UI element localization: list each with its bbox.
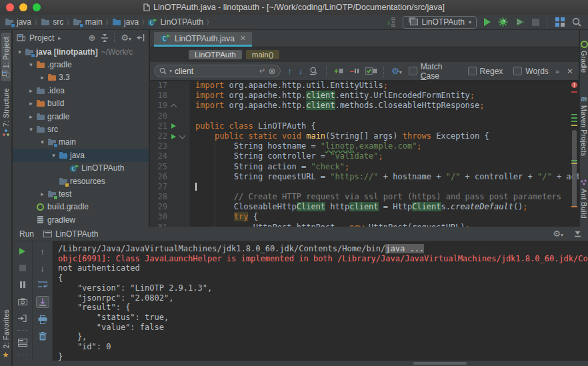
- collapse-all-icon[interactable]: [101, 34, 109, 42]
- stripe-button-structure[interactable]: 7: Structure: [1, 84, 11, 140]
- debug-button[interactable]: [498, 17, 508, 27]
- tree-item-src[interactable]: ▾src: [13, 123, 149, 135]
- breadcrumb-item-java[interactable]: java: [111, 17, 139, 27]
- newline-icon[interactable]: ↵: [259, 67, 265, 75]
- breadcrumb-item-src[interactable]: src: [40, 17, 63, 27]
- tree-item-main[interactable]: ▾main: [13, 136, 149, 149]
- stripe-button-gradle[interactable]: Gradle: [579, 37, 588, 77]
- breadcrumb-item-main[interactable]: main: [73, 17, 103, 27]
- close-tab-icon[interactable]: ✕: [240, 34, 246, 43]
- gear-icon[interactable]: ⚙▾: [121, 33, 131, 43]
- search-settings-gear-icon[interactable]: ⚙▾: [391, 66, 402, 76]
- tree-toggle-icon[interactable]: ▸: [27, 100, 35, 107]
- attach-process-icon[interactable]: [17, 313, 29, 323]
- vcs-update-icon[interactable]: ↓011001: [387, 17, 395, 27]
- hide-panel-icon[interactable]: [137, 34, 145, 41]
- search-input[interactable]: ▾ client ↵ ⊗: [154, 65, 281, 77]
- search-option-words[interactable]: Words: [513, 67, 548, 76]
- checkbox-icon[interactable]: [468, 67, 477, 75]
- tree-item-.gradle[interactable]: ▾.gradle: [13, 58, 149, 71]
- editor-scrollbar-thumb[interactable]: [572, 130, 577, 207]
- remove-occurrence-icon[interactable]: −: [349, 67, 359, 76]
- checkbox-icon[interactable]: [409, 67, 417, 75]
- search-option-match-case[interactable]: Match Case: [409, 62, 457, 81]
- tree-toggle-icon[interactable]: ▾: [27, 126, 35, 133]
- pause-output-button[interactable]: [17, 279, 29, 290]
- breadcrumb-item-java[interactable]: java: [4, 17, 31, 27]
- code-line-21[interactable]: 21public class LinOTPAuth {: [150, 121, 579, 131]
- run-button[interactable]: [484, 18, 491, 26]
- tree-item-3.3[interactable]: ▸3.3: [13, 71, 149, 84]
- tree-item-test[interactable]: ▸test: [13, 187, 149, 200]
- code-line-20[interactable]: 20: [150, 111, 579, 121]
- locate-icon[interactable]: ⊕: [88, 33, 95, 43]
- restore-layout-icon[interactable]: [17, 337, 29, 348]
- fold-icon[interactable]: [171, 104, 177, 111]
- project-structure-icon[interactable]: [555, 17, 565, 27]
- tree-item-gradlew[interactable]: gradlew: [13, 213, 149, 226]
- scroll-to-end-button[interactable]: [36, 296, 49, 308]
- run-line-icon[interactable]: [171, 123, 176, 129]
- select-all-occurrences-icon[interactable]: [365, 67, 377, 75]
- zoom-window-button[interactable]: [33, 3, 41, 11]
- previous-occurrence-icon[interactable]: ↑: [287, 66, 292, 76]
- tree-item-gradle[interactable]: ▸gradle: [13, 110, 149, 123]
- tree-item-.idea[interactable]: ▸.idea: [13, 84, 149, 97]
- tree-toggle-icon[interactable]: ▸: [27, 113, 35, 120]
- tree-item-resources[interactable]: resources: [13, 175, 149, 187]
- run-configuration-select[interactable]: LinOTPAuth ▾: [403, 16, 477, 29]
- search-history-icon[interactable]: ▾: [169, 68, 172, 74]
- search-everywhere-icon[interactable]: [572, 17, 581, 27]
- run-with-coverage-button[interactable]: [515, 17, 525, 27]
- run-tab[interactable]: LinOTPAuth: [43, 229, 98, 239]
- code-editor[interactable]: 17import org.apache.http.util.EntityUtil…: [150, 81, 579, 227]
- thread-dump-icon[interactable]: [17, 296, 29, 307]
- tree-item-linotpauth[interactable]: CLinOTPAuth: [13, 162, 149, 175]
- close-window-button[interactable]: [6, 3, 14, 11]
- search-option-regex[interactable]: Regex: [468, 67, 503, 76]
- tree-item-build[interactable]: ▸build: [13, 97, 149, 110]
- tree-toggle-icon[interactable]: ▸: [38, 74, 47, 81]
- run-settings-gear-icon[interactable]: ⚙▾: [553, 229, 563, 239]
- error-indicator-icon[interactable]: !: [571, 82, 577, 88]
- stripe-button-antbuild[interactable]: Ant Build: [579, 175, 588, 223]
- editor-tab-linotpauth[interactable]: C LinOTPAuth.java ✕: [154, 32, 252, 47]
- error-stripe[interactable]: !: [570, 81, 579, 227]
- find-all-icon[interactable]: [309, 67, 319, 75]
- code-line-17[interactable]: 17import org.apache.http.util.EntityUtil…: [150, 81, 579, 91]
- rerun-button[interactable]: [17, 246, 29, 257]
- tree-item-java[interactable]: ▾java: [13, 149, 149, 161]
- clear-search-icon[interactable]: ⊗: [268, 66, 275, 76]
- tree-toggle-icon[interactable]: ▾: [27, 61, 35, 68]
- tree-toggle-icon[interactable]: ▸: [27, 87, 35, 94]
- horizontal-scrollbar[interactable]: [13, 361, 588, 366]
- next-occurrence-icon[interactable]: ↓: [299, 66, 303, 76]
- breadcrumb-item-LinOTPAuth[interactable]: CLinOTPAuth: [147, 17, 203, 27]
- stripe-button-project[interactable]: 1: Project: [1, 33, 11, 81]
- stripe-button-favorites[interactable]: 2: Favorites★: [1, 305, 11, 363]
- stripe-button-mavenprojects[interactable]: mMaven Projects: [579, 91, 588, 161]
- soft-wrap-icon[interactable]: [37, 279, 49, 290]
- hide-run-panel-icon[interactable]: [574, 230, 581, 237]
- tree-item-java--linotpauth-[interactable]: ▾java [linotpauth]~/Work/c: [13, 45, 149, 58]
- print-icon[interactable]: [37, 314, 49, 325]
- breadcrumb-chip-linotpauth[interactable]: LinOTPAuth: [189, 50, 242, 59]
- breadcrumb-chip-main[interactable]: main(): [246, 50, 280, 59]
- stop-button[interactable]: [532, 19, 539, 26]
- stop-process-button[interactable]: [17, 263, 29, 273]
- tree-toggle-icon[interactable]: ▾: [49, 152, 58, 159]
- close-search-icon[interactable]: ✕: [567, 67, 573, 76]
- panel-title[interactable]: Project: [29, 33, 54, 43]
- fold-icon[interactable]: [179, 133, 186, 139]
- tree-toggle-icon[interactable]: ▾: [15, 49, 24, 55]
- tree-toggle-icon[interactable]: ▾: [38, 139, 47, 145]
- checkbox-icon[interactable]: [513, 67, 522, 75]
- down-stack-trace-icon[interactable]: ↓: [37, 263, 49, 273]
- up-stack-trace-icon[interactable]: ↑: [37, 246, 49, 257]
- more-options-icon[interactable]: »: [555, 67, 560, 75]
- add-occurrence-icon[interactable]: +: [334, 67, 343, 76]
- tree-item-build.gradle[interactable]: build.gradle: [13, 201, 149, 213]
- run-line-icon[interactable]: [171, 134, 176, 139]
- chevron-right-icon[interactable]: ▸: [58, 35, 61, 41]
- minimize-window-button[interactable]: [19, 3, 27, 11]
